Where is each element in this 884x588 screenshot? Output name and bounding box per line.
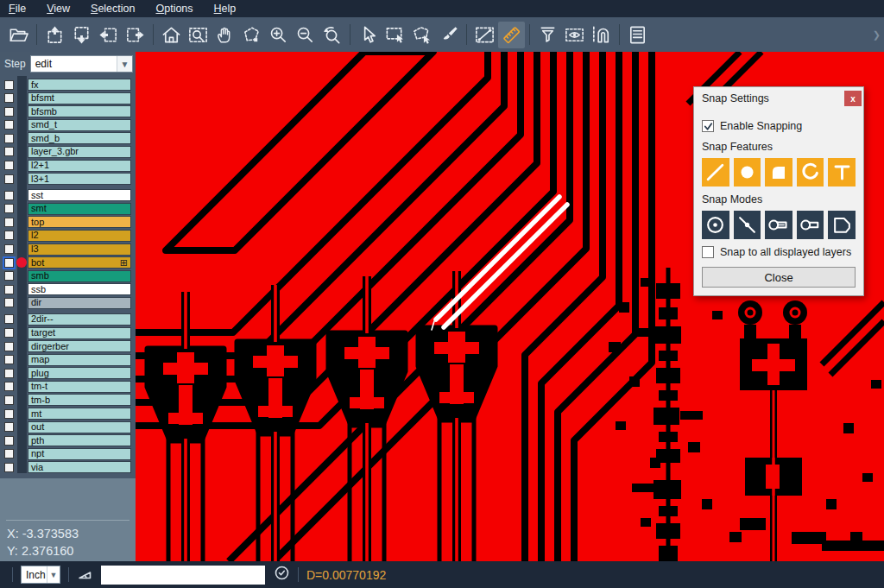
snap-line-button[interactable] — [702, 158, 729, 187]
layer-visibility-checkbox[interactable] — [4, 449, 14, 458]
snap-contour-button[interactable] — [828, 211, 856, 239]
layer-row[interactable]: l2+1⊞ — [0, 160, 136, 172]
measure-ruler-button[interactable] — [498, 22, 525, 48]
snap-arc-button[interactable] — [797, 158, 824, 187]
layer-visibility-checkbox[interactable] — [4, 204, 14, 213]
pan-hand-button[interactable] — [212, 22, 238, 48]
layer-row[interactable]: fx⊞ — [0, 79, 136, 91]
snap-text-button[interactable] — [828, 158, 856, 187]
clear-brush-button[interactable] — [435, 22, 462, 48]
layer-visibility-checkbox[interactable] — [4, 191, 14, 200]
layer-row[interactable]: smd_t⊞ — [0, 119, 136, 131]
layer-row[interactable]: l2⊞ — [0, 230, 136, 242]
layer-row[interactable]: layer_3.gbr⊞ — [0, 146, 136, 158]
enable-snapping-checkbox[interactable] — [702, 120, 714, 132]
pan-right-button[interactable] — [122, 22, 148, 48]
zoom-polygon-button[interactable] — [238, 22, 265, 48]
snap-center-button[interactable] — [702, 211, 729, 239]
dialog-close-action-button[interactable]: Close — [702, 267, 856, 288]
snap-all-layers-row[interactable]: Snap to all displayed layers — [702, 246, 856, 258]
layer-row[interactable]: dir⊞ — [0, 297, 136, 309]
layer-row[interactable]: dirgerber⊞ — [0, 340, 136, 352]
layer-row[interactable]: smb⊞ — [0, 270, 136, 282]
layer-visibility-checkbox[interactable] — [4, 369, 14, 378]
layer-visibility-checkbox[interactable] — [4, 409, 14, 419]
layer-row[interactable]: out⊞ — [0, 421, 136, 433]
layer-row[interactable]: l3⊞ — [0, 243, 136, 256]
dialog-titlebar[interactable]: Snap Settings x — [694, 87, 863, 110]
open-file-button[interactable] — [5, 22, 32, 48]
layer-visibility-checkbox[interactable] — [4, 93, 14, 103]
snap-surface-button[interactable] — [765, 158, 792, 187]
snap-slot-outline-button[interactable] — [797, 211, 824, 239]
angle-measure-icon[interactable] — [77, 565, 93, 585]
menu-item[interactable]: File — [9, 3, 26, 15]
pan-left-button[interactable] — [95, 22, 122, 48]
layer-visibility-checkbox[interactable] — [4, 342, 14, 351]
layer-visibility-checkbox[interactable] — [4, 107, 14, 117]
layer-visibility-checkbox[interactable] — [4, 231, 14, 240]
layer-row[interactable]: target⊞ — [0, 327, 136, 339]
enable-snapping-row[interactable]: Enable Snapping — [702, 120, 856, 132]
highlighted-trace[interactable] — [432, 197, 567, 330]
snap-magnet-button[interactable] — [588, 22, 615, 48]
zoom-in-button[interactable] — [265, 22, 292, 48]
select-rectangle-button[interactable] — [382, 22, 408, 48]
dialog-close-button[interactable]: x — [844, 91, 862, 106]
layer-visibility-checkbox[interactable] — [4, 298, 14, 307]
select-arrow-button[interactable] — [355, 22, 382, 48]
layer-visibility-checkbox[interactable] — [4, 422, 14, 432]
home-view-button[interactable] — [158, 22, 185, 48]
layer-visibility-checkbox[interactable] — [4, 271, 14, 281]
menu-item[interactable]: View — [47, 3, 70, 15]
layer-row[interactable]: map⊞ — [0, 354, 136, 366]
layer-visibility-checkbox[interactable] — [4, 218, 14, 227]
layer-visibility-checkbox[interactable] — [4, 382, 14, 391]
layer-row[interactable]: 2dir--⊞ — [0, 313, 136, 326]
layer-visibility-checkbox[interactable] — [4, 120, 14, 130]
layer-row[interactable]: bfsmt⊞ — [0, 92, 136, 104]
layer-visibility-checkbox[interactable] — [4, 463, 14, 472]
layer-visibility-checkbox[interactable] — [4, 80, 14, 90]
view-region-button[interactable] — [561, 22, 588, 48]
zoom-out-button[interactable] — [292, 22, 319, 48]
layer-row[interactable]: npt⊞ — [0, 448, 136, 460]
snap-slot-center-button[interactable] — [765, 211, 792, 239]
layer-visibility-checkbox[interactable] — [4, 285, 14, 294]
layer-visibility-checkbox[interactable] — [4, 174, 14, 184]
layer-row[interactable]: bot⊞ — [0, 256, 136, 269]
layer-row[interactable]: smd_b⊞ — [0, 132, 136, 144]
layer-visibility-checkbox[interactable] — [4, 328, 14, 338]
layer-visibility-checkbox[interactable] — [4, 244, 14, 254]
confirm-circle-icon[interactable] — [274, 565, 290, 585]
filter-button[interactable] — [534, 22, 561, 48]
layer-row[interactable]: sst⊞ — [0, 189, 136, 201]
report-list-button[interactable] — [624, 22, 651, 48]
layer-row[interactable]: via⊞ — [0, 461, 136, 473]
snap-all-layers-checkbox[interactable] — [702, 246, 714, 258]
layer-row[interactable]: l3+1⊞ — [0, 173, 136, 185]
menu-item[interactable]: Selection — [91, 3, 135, 15]
units-select[interactable]: Inch ▼ — [21, 566, 60, 584]
layer-row[interactable]: tm-b⊞ — [0, 394, 136, 406]
layer-row[interactable]: plug⊞ — [0, 367, 136, 379]
layer-row[interactable]: bfsmb⊞ — [0, 105, 136, 117]
measurement-input[interactable] — [101, 566, 265, 585]
layer-visibility-checkbox[interactable] — [4, 395, 14, 405]
layer-row[interactable]: pth⊞ — [0, 434, 136, 446]
layer-row[interactable]: mt⊞ — [0, 408, 136, 420]
layer-row[interactable]: ssb⊞ — [0, 283, 136, 295]
select-polygon-button[interactable] — [408, 22, 435, 48]
menu-item[interactable]: Options — [155, 3, 193, 15]
pan-up-button[interactable] — [41, 22, 68, 48]
layer-row[interactable]: top⊞ — [0, 216, 136, 228]
zoom-previous-button[interactable] — [319, 22, 345, 48]
snap-pad-button[interactable] — [734, 158, 761, 187]
layer-visibility-checkbox[interactable] — [4, 436, 14, 446]
layer-visibility-checkbox[interactable] — [4, 355, 14, 364]
layer-row[interactable]: smt⊞ — [0, 203, 136, 215]
layer-row[interactable]: tm-t⊞ — [0, 381, 136, 393]
zoom-region-button[interactable] — [185, 22, 212, 48]
pan-down-button[interactable] — [68, 22, 95, 48]
layer-visibility-checkbox[interactable] — [4, 314, 14, 324]
